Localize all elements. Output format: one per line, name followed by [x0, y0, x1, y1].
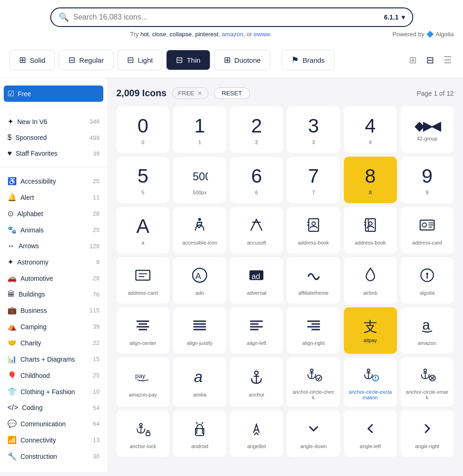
svg-point-12: [422, 223, 426, 227]
grid-large-view-btn[interactable]: ⊞: [407, 53, 419, 67]
tab-duotone[interactable]: ⊞ Duotone: [214, 50, 271, 70]
icon-card-anchor[interactable]: anchor: [230, 357, 283, 407]
sidebar-item-sponsored[interactable]: $ Sponsored 499: [0, 130, 107, 145]
icon-card-address-card-2[interactable]: address-card: [116, 257, 169, 304]
sidebar-item-accessibility[interactable]: ♿ Accessibility 25: [0, 173, 107, 189]
icon-card-500px[interactable]: 500px 500px: [173, 157, 226, 203]
icon-card-android[interactable]: android: [173, 410, 226, 457]
filter-remove-btn[interactable]: ✕: [197, 90, 202, 97]
list-view-btn[interactable]: ☰: [442, 53, 454, 67]
icon-card-alipay[interactable]: 支 alipay: [344, 307, 397, 354]
sidebar-item-charts-diagrams[interactable]: 📊 Charts + Diagrams 15: [0, 351, 107, 367]
arrows-icon: ↔: [7, 242, 15, 250]
icon-card-align-center[interactable]: align-center: [116, 307, 169, 354]
icon-card-align-left[interactable]: align-left: [230, 307, 283, 354]
sidebar-item-animals[interactable]: 🐾 Animals 25: [0, 222, 107, 238]
sidebar-item-staff-favorites[interactable]: ♥ Staff Favorites 39: [0, 145, 107, 161]
icon-card-align-justify[interactable]: align-justify: [173, 307, 226, 354]
icon-card-42group[interactable]: ◆▶◀ 42-group: [401, 106, 454, 153]
sidebar-item-clothing-fashion[interactable]: 👕 Clothing + Fashion 10: [0, 383, 107, 400]
icon-card-anchor-circle-xmark[interactable]: anchor-circle-xmark: [401, 357, 454, 407]
icon-card-0[interactable]: 0 0: [116, 106, 169, 153]
icon-card-angle-left[interactable]: angle-left: [344, 410, 397, 457]
icon-card-1[interactable]: 1 1: [173, 106, 226, 153]
hint-pinterest[interactable]: pinterest: [195, 31, 219, 38]
sidebar-item-business[interactable]: 💼 Business 115: [0, 302, 107, 318]
icon-card-airbnb[interactable]: airbnb: [344, 257, 397, 304]
version-badge[interactable]: 6.1.1 ▾: [384, 13, 404, 21]
icon-label-amazon: amazon: [418, 340, 436, 346]
icon-card-2[interactable]: 2 2: [230, 106, 283, 153]
icon-card-address-book-2[interactable]: address-book: [344, 207, 397, 253]
sidebar-item-coding[interactable]: </> Coding 54: [0, 400, 107, 416]
icon-card-anchor-circle-check[interactable]: anchor-circle-check: [287, 357, 340, 407]
icon-card-anchor-lock[interactable]: anchor-lock: [116, 410, 169, 457]
icon-card-address-card[interactable]: address-card: [401, 207, 454, 253]
sidebar-item-arrows[interactable]: ↔ Arrows 128: [0, 238, 107, 254]
icon-card-4[interactable]: 4 4: [344, 106, 397, 153]
icon-card-anchor-circle-exclamation[interactable]: anchor-circle-exclamation: [344, 357, 397, 407]
icon-card-affiliatetheme[interactable]: affiliatetheme: [287, 257, 340, 304]
icon-card-angle-down[interactable]: angle-down: [287, 410, 340, 457]
accessibility-icon: ♿: [7, 177, 17, 185]
powered-by: Powered by 🔷 Algolia: [392, 31, 454, 38]
icon-card-9[interactable]: 9 9: [401, 157, 454, 203]
icon-card-a[interactable]: A a: [116, 207, 169, 253]
hint-collapse[interactable]: collapse: [170, 31, 192, 38]
icon-card-align-right[interactable]: align-right: [287, 307, 340, 354]
icon-card-8[interactable]: 8 8: [344, 157, 397, 203]
icon-card-amazon-pay[interactable]: pay amazon-pay: [116, 357, 169, 407]
icon-glyph-500px: 500px: [191, 166, 208, 186]
sidebar-item-free[interactable]: ☑ Free: [4, 86, 103, 102]
hint-hot[interactable]: hot: [141, 31, 149, 38]
hint-amazon[interactable]: amazon: [222, 31, 243, 38]
icon-card-angle-right[interactable]: angle-right: [401, 410, 454, 457]
hint-row: Try hot, close, collapse, pinterest, ama…: [9, 31, 454, 38]
icon-card-6[interactable]: 6 6: [230, 157, 283, 203]
sidebar-item-communication[interactable]: 💬 Communication 64: [0, 416, 107, 432]
hint-ewww[interactable]: ewww: [254, 31, 270, 38]
icon-card-amilia[interactable]: a amilia: [173, 357, 226, 407]
icon-card-adversal[interactable]: ad adversal: [230, 257, 283, 304]
icon-card-adn[interactable]: A adn: [173, 257, 226, 304]
tab-brands[interactable]: ⚑ Brands: [282, 50, 335, 70]
sidebar-item-charity[interactable]: 🤝 Charity 22: [0, 335, 107, 351]
icon-card-accusoft[interactable]: accusoft: [230, 207, 283, 253]
icon-card-7[interactable]: 7 7: [287, 157, 340, 203]
sidebar-item-childhood[interactable]: 🎈 Childhood 25: [0, 367, 107, 383]
icon-card-amazon[interactable]: a amazon: [401, 307, 454, 354]
sidebar-item-alert[interactable]: 🔔 Alert 11: [0, 189, 107, 205]
sidebar-item-alphabet[interactable]: ⊙ Alphabet 28: [0, 205, 107, 222]
icon-glyph-amilia: a: [191, 369, 208, 388]
svg-point-64: [140, 423, 142, 426]
icon-card-algolia[interactable]: algolia: [401, 257, 454, 304]
icon-card-3[interactable]: 3 3: [287, 106, 340, 153]
tab-regular[interactable]: ⊟ Regular: [59, 50, 114, 70]
search-input[interactable]: [74, 13, 384, 21]
clothing-icon: 👕: [7, 387, 17, 396]
svg-rect-67: [146, 432, 150, 436]
icon-label-align-left: align-left: [247, 340, 267, 346]
sidebar-item-automotive[interactable]: 🚗 Automotive 28: [0, 270, 107, 286]
reset-button[interactable]: RESET: [214, 87, 250, 99]
sidebar-item-new-in-v6[interactable]: ✦ New In V6 348: [0, 113, 107, 130]
icon-card-5[interactable]: 5 5: [116, 157, 169, 203]
sidebar-item-buildings[interactable]: 🏛 Buildings 76: [0, 286, 107, 302]
brands-icon: ⚑: [291, 55, 299, 65]
icon-card-address-book-1[interactable]: address-book: [287, 207, 340, 253]
childhood-icon: 🎈: [7, 371, 17, 380]
tab-light[interactable]: ⊟ Light: [117, 50, 163, 70]
tab-thin[interactable]: ⊟ Thin: [166, 50, 210, 70]
icon-card-accessible-icon[interactable]: accessible-icon: [173, 207, 226, 253]
sidebar-item-astronomy[interactable]: ✦ Astronomy 8: [0, 254, 107, 270]
sidebar-item-construction[interactable]: 🔧 Construction 30: [0, 448, 107, 464]
grid-small-view-btn[interactable]: ⊟: [424, 53, 436, 67]
svg-point-58: [424, 369, 427, 372]
icon-card-angellist[interactable]: angellist: [230, 410, 283, 457]
sidebar-item-connectivity[interactable]: 📶 Connectivity 13: [0, 432, 107, 448]
tab-solid[interactable]: ⊞ Solid: [9, 50, 55, 70]
hint-close[interactable]: close: [152, 31, 166, 38]
icon-glyph-5: 5: [137, 166, 148, 186]
sidebar-item-camping[interactable]: ⛺ Camping 39: [0, 318, 107, 335]
sidebar-construction-count: 30: [93, 453, 100, 460]
